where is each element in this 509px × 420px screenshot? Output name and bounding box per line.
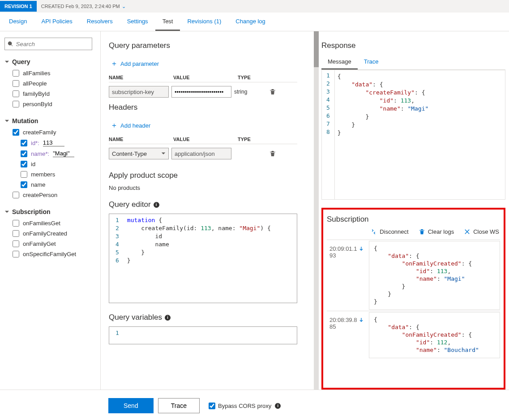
log-row: 20:08:39.885 { "data": { "onFamilyCreate…: [327, 311, 500, 359]
line-numbers: 123456: [109, 214, 124, 303]
header-name-select[interactable]: Content-Type: [109, 148, 169, 159]
subscription-panel: Subscription Disconnect Clear logs Close…: [321, 208, 505, 390]
tab-revisions[interactable]: Revisions (1): [180, 13, 228, 31]
revision-bar: REVISION 1 CREATED Feb 9, 2023, 2:24:40 …: [0, 0, 509, 13]
chk-onfamilycreated[interactable]: [13, 230, 19, 237]
info-icon[interactable]: i: [165, 315, 171, 321]
log-row: 20:09:01.193 { "data": { "onFamilyCreate…: [327, 240, 500, 311]
log-timestamp: 20:09:01.193: [327, 240, 369, 311]
chk-field-members[interactable]: [21, 171, 27, 178]
log-json: { "data": { "onFamilyCreated": { "id": 1…: [369, 241, 500, 310]
plug-icon: [370, 228, 377, 235]
plus-icon: ＋: [111, 59, 118, 69]
delete-icon[interactable]: [269, 88, 276, 95]
sidebar: Query allFamilies allPeople familyById p…: [0, 31, 101, 390]
param-name-input[interactable]: [53, 150, 74, 157]
chk-field-id[interactable]: [21, 161, 27, 167]
chk-familybyid[interactable]: [13, 90, 19, 97]
tab-settings[interactable]: Settings: [120, 13, 155, 31]
arrow-down-icon: [359, 246, 364, 252]
tab-changelog[interactable]: Change log: [228, 13, 273, 31]
center-panel: Query parameters ＋Add parameter NAME VAL…: [101, 31, 313, 390]
response-body[interactable]: 12345678 { "data": { "createFamily": { "…: [321, 70, 505, 200]
code-area[interactable]: mutation { createFamily(id: 113, name: "…: [124, 214, 297, 303]
tab-resolvers[interactable]: Resolvers: [80, 13, 120, 31]
chevron-down-icon: [4, 210, 9, 214]
main-tabs: Design API Policies Resolvers Settings T…: [0, 13, 509, 31]
tab-test[interactable]: Test: [155, 13, 180, 31]
tab-message[interactable]: Message: [321, 55, 358, 69]
no-products: No products: [109, 184, 297, 191]
add-parameter-link[interactable]: ＋Add parameter: [109, 55, 297, 73]
info-icon[interactable]: i: [154, 202, 159, 208]
query-vars-title: Query variablesi: [109, 313, 297, 322]
add-header-link[interactable]: ＋Add header: [109, 116, 297, 135]
response-title: Response: [321, 41, 505, 50]
revision-created[interactable]: CREATED Feb 9, 2023, 2:24:40 PM⌄: [37, 4, 130, 9]
chk-param-id[interactable]: [21, 140, 27, 146]
header-value[interactable]: [171, 148, 231, 159]
chk-onspecificfamilyget[interactable]: [13, 251, 19, 257]
search-input[interactable]: [16, 41, 89, 47]
response-tabs: Message Trace: [321, 55, 505, 70]
chk-allpeople[interactable]: [13, 80, 19, 87]
search-icon: [8, 41, 13, 47]
group-mutation[interactable]: Mutation: [4, 117, 96, 124]
param-name[interactable]: [109, 86, 169, 98]
send-button[interactable]: Send: [108, 398, 154, 413]
chk-allfamilies[interactable]: [13, 70, 19, 77]
disconnect-button[interactable]: Disconnect: [370, 228, 408, 235]
code-area[interactable]: [124, 327, 297, 344]
close-icon: [464, 228, 471, 235]
scrollbar-thumb[interactable]: [314, 31, 319, 67]
group-query[interactable]: Query: [4, 58, 96, 65]
footer: Send Trace Bypass CORS proxyi: [0, 390, 509, 420]
chevron-down-icon: [4, 119, 9, 124]
chk-field-name[interactable]: [21, 181, 27, 188]
line-numbers: 1: [109, 327, 124, 344]
chk-param-name[interactable]: [21, 150, 27, 157]
delete-icon[interactable]: [269, 150, 276, 157]
info-icon[interactable]: i: [275, 403, 281, 409]
revision-badge: REVISION 1: [0, 1, 37, 12]
chk-createperson[interactable]: [13, 192, 19, 198]
subscription-tools: Disconnect Clear logs Close WS: [327, 228, 499, 235]
param-row: string: [109, 82, 297, 101]
query-params-title: Query parameters: [109, 41, 297, 50]
param-value[interactable]: [171, 86, 231, 98]
chk-onfamiliesget[interactable]: [13, 220, 19, 227]
query-editor[interactable]: 123456 mutation { createFamily(id: 113, …: [109, 214, 297, 303]
tab-design[interactable]: Design: [2, 13, 34, 31]
group-subscription[interactable]: Subscription: [4, 208, 96, 215]
subscription-title: Subscription: [327, 215, 500, 224]
chk-createfamily[interactable]: [13, 129, 19, 136]
scope-title: Apply product scope: [109, 171, 297, 180]
trace-button[interactable]: Trace: [158, 398, 200, 413]
headers-title: Headers: [109, 103, 297, 112]
trash-icon: [419, 228, 425, 235]
query-editor-title: Query editori: [109, 200, 297, 209]
param-id-input[interactable]: [43, 139, 64, 146]
query-vars-editor[interactable]: 1: [109, 326, 297, 344]
header-row: Content-Type: [109, 144, 297, 163]
tab-api-policies[interactable]: API Policies: [34, 13, 79, 31]
tab-trace[interactable]: Trace: [358, 55, 385, 69]
bypass-cors[interactable]: Bypass CORS proxyi: [209, 403, 281, 409]
close-ws-button[interactable]: Close WS: [464, 228, 499, 235]
params-header: NAME VALUE TYPE: [109, 73, 297, 82]
search-box[interactable]: [4, 38, 92, 50]
log-timestamp: 20:08:39.885: [327, 311, 369, 359]
headers-header: NAME VALUE TYPE: [109, 135, 297, 144]
chevron-down-icon: ⌄: [122, 4, 126, 9]
arrow-down-icon: [359, 317, 364, 323]
log-json: { "data": { "onFamilyCreated": { "id": 1…: [369, 312, 500, 358]
clear-logs-button[interactable]: Clear logs: [419, 228, 454, 235]
chk-onfamilyget[interactable]: [13, 240, 19, 247]
chk-personbyid[interactable]: [13, 101, 19, 107]
plus-icon: ＋: [111, 121, 118, 130]
right-panel: Response Message Trace 12345678 { "data"…: [313, 31, 509, 390]
param-type: string: [234, 89, 261, 95]
chevron-down-icon: [4, 60, 9, 64]
scrollbar-track[interactable]: [314, 31, 319, 390]
chevron-down-icon: [161, 151, 166, 156]
